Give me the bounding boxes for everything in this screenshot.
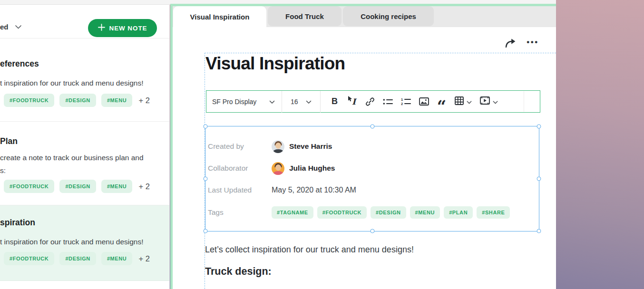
chevron-down-icon	[306, 98, 312, 106]
tag-chip[interactable]: #PLAN	[444, 206, 473, 219]
selection-handle[interactable]	[537, 229, 541, 233]
meta-value: Julia Hughes	[289, 164, 335, 173]
note-title-heading[interactable]: Visual Inspiration	[205, 54, 345, 74]
avatar	[272, 140, 284, 153]
selection-handle[interactable]	[370, 229, 374, 233]
chevron-down-icon	[269, 98, 275, 106]
selection-handle[interactable]	[370, 125, 374, 129]
tag-chip[interactable]: #DESIGN	[59, 94, 96, 107]
tag-chip[interactable]: #DESIGN	[59, 180, 96, 193]
image-icon[interactable]	[419, 96, 429, 107]
notes-sidebar: ed NEW NOTE eferences t inspiration for …	[0, 5, 170, 289]
selection-handle[interactable]	[204, 229, 208, 233]
tag-chip[interactable]: #DESIGN	[59, 252, 96, 265]
tag-chip[interactable]: #FOODTRUCK	[4, 94, 54, 107]
meta-value: May 5, 2020 at 10:30 AM	[272, 186, 356, 194]
font-size-value: 16	[291, 98, 298, 106]
more-tags-count[interactable]: + 2	[138, 182, 149, 191]
meta-row-tags: Tags #TAGNAME #FOODTRUCK #DESIGN #MENU #…	[205, 202, 539, 223]
tab-visual-inspiration[interactable]: Visual Inspiration	[173, 6, 266, 27]
tab-cooking-recipes[interactable]: Cooking recipes	[343, 6, 434, 26]
tag-chip[interactable]: #MENU	[101, 94, 133, 107]
selection-handle[interactable]	[537, 177, 541, 181]
more-options-icon[interactable]: •••	[525, 37, 541, 48]
note-list-item-selected[interactable]: spiration t inspiration for our truck an…	[0, 205, 169, 281]
tag-chip[interactable]: #DESIGN	[371, 206, 406, 219]
more-tags-count[interactable]: + 2	[138, 96, 149, 105]
numbered-list-icon[interactable]: 1 2	[401, 96, 411, 107]
note-title: spiration	[0, 218, 35, 228]
tag-chip[interactable]: #MENU	[101, 252, 133, 265]
meta-label: Collaborator	[205, 164, 272, 173]
note-snippet: t inspiration for our truck and menu des…	[0, 235, 144, 248]
sort-dropdown[interactable]: ed	[0, 23, 22, 31]
app-window: ed NEW NOTE eferences t inspiration for …	[0, 0, 644, 289]
sidebar-topbar: ed NEW NOTE	[0, 5, 169, 39]
meta-value: Steve Harris	[289, 142, 332, 151]
note-title: eferences	[0, 59, 39, 69]
tag-chip[interactable]: #FOODTRUCK	[317, 206, 367, 219]
editor-tabbar: Visual Inspiration Food Truck Cooking re…	[173, 6, 556, 27]
note-snippet: create a note to track our business plan…	[0, 151, 164, 177]
meta-row-created-by: Created by Steve Harris	[205, 135, 539, 157]
video-icon	[480, 96, 490, 106]
share-icon[interactable]	[505, 38, 517, 48]
blockquote-icon[interactable]	[437, 96, 447, 107]
link-icon[interactable]	[365, 96, 375, 107]
font-size-select[interactable]: 16	[282, 98, 320, 106]
chevron-down-icon	[15, 23, 22, 31]
sort-dropdown-label: ed	[0, 23, 9, 31]
tab-food-truck[interactable]: Food Truck	[268, 6, 342, 26]
meta-row-last-updated: Last Updated May 5, 2020 at 10:30 AM	[205, 179, 539, 201]
tab-label: Food Truck	[285, 12, 324, 20]
selection-handle[interactable]	[537, 125, 541, 129]
note-title: Plan	[0, 136, 18, 146]
note-list-item[interactable]: eferences t inspiration for our truck an…	[0, 39, 169, 122]
note-section-heading[interactable]: Truck design:	[205, 266, 272, 278]
plus-icon	[98, 24, 105, 32]
new-note-label: NEW NOTE	[109, 25, 147, 32]
tag-chip[interactable]: #FOODTRUCK	[4, 252, 54, 265]
video-menu[interactable]	[480, 96, 498, 106]
meta-label: Created by	[205, 142, 272, 151]
selection-handle[interactable]	[204, 177, 208, 181]
selection-handle[interactable]	[204, 125, 208, 129]
bold-icon[interactable]	[330, 96, 340, 107]
note-editor: ••• Visual Inspiration SF Pro Display 16	[173, 27, 556, 289]
tag-chip[interactable]: #SHARE	[477, 206, 510, 219]
table-icon	[455, 96, 464, 107]
note-snippet: t inspiration for our truck and menu des…	[0, 77, 144, 89]
tab-label: Visual Inspiration	[190, 13, 250, 21]
note-metadata-block[interactable]: Created by Steve Harris Collaborator Jul…	[205, 126, 539, 231]
chevron-down-icon	[467, 97, 472, 106]
svg-text:1: 1	[401, 97, 403, 102]
formatting-toolbar: SF Pro Display 16 I	[206, 90, 540, 113]
meta-label: Tags	[205, 208, 272, 217]
toolbar-divider	[524, 91, 524, 112]
chevron-down-icon	[493, 97, 498, 106]
tag-chip[interactable]: #FOODTRUCK	[4, 180, 54, 193]
tag-chip[interactable]: #MENU	[410, 206, 440, 219]
bullet-list-icon[interactable]	[383, 96, 393, 107]
text-style-cursor-icon[interactable]: I	[348, 96, 357, 107]
meta-row-collaborator: Collaborator Julia Hughes	[205, 157, 539, 179]
font-family-value: SF Pro Display	[212, 98, 256, 106]
tab-label: Cooking recipes	[361, 12, 416, 20]
svg-text:2: 2	[401, 102, 403, 106]
note-paragraph[interactable]: Let’s collect inspiration for our truck …	[205, 245, 414, 255]
meta-label: Last Updated	[205, 186, 272, 194]
tag-chip[interactable]: #MENU	[101, 180, 133, 193]
font-family-select[interactable]: SF Pro Display	[206, 98, 282, 106]
table-menu[interactable]	[455, 96, 472, 107]
avatar	[272, 162, 284, 175]
note-list-item[interactable]: Plan create a note to track our business…	[0, 122, 169, 205]
tag-chip[interactable]: #TAGNAME	[272, 206, 313, 219]
more-tags-count[interactable]: + 2	[138, 254, 149, 263]
new-note-button[interactable]: NEW NOTE	[88, 19, 157, 37]
